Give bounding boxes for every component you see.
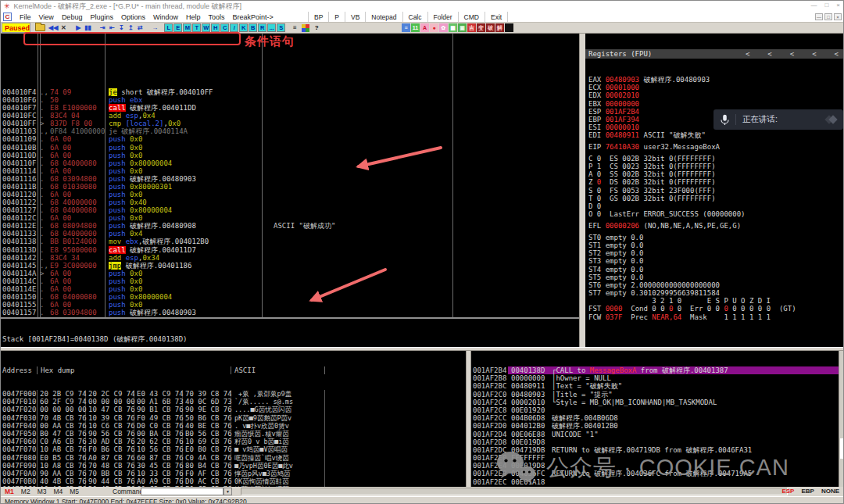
- stack-row[interactable]: 001AF2CC004B06D8破解程序.004B06D8: [471, 414, 839, 422]
- panel-button-c[interactable]: C: [220, 23, 229, 32]
- restart-icon[interactable]: ◀◀: [48, 23, 59, 33]
- step-over-icon[interactable]: ⇤: [107, 23, 116, 33]
- register-row[interactable]: A 0 SS 002B 32bit 0(FFFFFFFF): [585, 170, 844, 178]
- disasm-row[interactable]: 00401133.68 04000000push 0x4: [1, 230, 579, 238]
- column-divider[interactable]: [38, 34, 38, 317]
- hex-row[interactable]: 0047F03070 4B CB 7610 39 CB 76F0 49 CB 7…: [1, 414, 466, 422]
- panel-button-b[interactable]: B: [249, 23, 257, 32]
- plugin-icon[interactable]: 解: [495, 23, 504, 32]
- register-row[interactable]: EAX 00480903 破解程序.00480903: [585, 76, 844, 84]
- register-row[interactable]: C 0 ES 002B 32bit 0(FFFFFFFF): [585, 155, 844, 163]
- run-to-return-icon[interactable]: ⇄: [135, 23, 145, 33]
- menu-item-view[interactable]: View: [35, 13, 58, 21]
- registers-pane[interactable]: Registers (FPU) <<<<< EAX 00480903 破解程序.…: [585, 34, 844, 347]
- disasm-row[interactable]: 0040113D.E8 95000000call 破解程序.004011D7: [1, 246, 579, 254]
- register-row[interactable]: ST5 empty 0.0: [585, 273, 844, 281]
- panel-button-l[interactable]: L: [164, 23, 173, 32]
- register-row[interactable]: ST4 empty 0.0: [585, 266, 844, 273]
- hex-row[interactable]: 0047F060C0 A6 CB 7630 AD CB 7620 62 CB 7…: [1, 438, 466, 445]
- restore-button[interactable]: □: [824, 2, 828, 9]
- panel-button-t[interactable]: T: [192, 23, 201, 32]
- scroll-chevron-icon[interactable]: <: [812, 50, 816, 58]
- menu-item-tools[interactable]: Tools: [205, 13, 229, 21]
- plugin-icon[interactable]: ▣: [458, 23, 467, 32]
- disasm-row[interactable]: 00401150.68 04000080push 0x80000004: [1, 293, 579, 301]
- disasm-row[interactable]: 0040114E.6A 00push 0x0: [1, 285, 579, 293]
- panel-button-m[interactable]: M: [183, 23, 191, 32]
- memory-tab-m1[interactable]: M1: [5, 488, 14, 495]
- plugin-icon[interactable]: ●: [430, 23, 438, 32]
- register-row[interactable]: S 0 FS 0053 32bit 23F000(FFF): [585, 187, 844, 195]
- stack-row[interactable]: 001AF2D0004012B0破解程序.004012B0: [471, 422, 839, 430]
- register-row[interactable]: P 1 CS 0023 32bit 0(FFFFFFFF): [585, 163, 844, 170]
- quick-button-exit[interactable]: Exit: [485, 12, 508, 22]
- disasm-row[interactable]: 0040114A>6A 00push 0x0: [1, 270, 579, 277]
- quick-button-vb[interactable]: VB: [345, 12, 365, 22]
- menu-item-help[interactable]: Help: [182, 13, 205, 21]
- register-row[interactable]: ST0 empty 0.0: [585, 234, 844, 241]
- register-row[interactable]: ST2 empty 0.0: [585, 249, 844, 257]
- meeting-mic-overlay[interactable]: 正在讲话:: [713, 109, 843, 130]
- stack-row[interactable]: 001AF2C000480903│Title = "提示": [471, 391, 839, 399]
- disasm-row[interactable]: 00401127.68 04000080push 0x80000004: [1, 206, 579, 214]
- column-divider[interactable]: [105, 34, 106, 317]
- minimize-button[interactable]: —: [810, 2, 817, 9]
- menu-item-window[interactable]: Window: [149, 13, 182, 21]
- panel-button-r[interactable]: R: [258, 23, 266, 32]
- disassembly-pane[interactable]: 004010F4.,74 09je short 破解程序.004010FF004…: [1, 34, 579, 317]
- register-row[interactable]: O 0 LastErr ERROR_SUCCESS (00000000): [585, 210, 844, 218]
- hex-row[interactable]: 0047F00020 2B C9 7420 2C C9 74E0 43 C9 7…: [1, 390, 466, 398]
- panel-button-k[interactable]: K: [239, 23, 248, 32]
- scroll-chevron-icon[interactable]: <: [835, 50, 839, 58]
- stack-row[interactable]: 001AF2BC00480911│Text = "破解失败": [471, 382, 839, 390]
- step-into-icon[interactable]: ⇥: [98, 23, 107, 33]
- memory-tab-m3[interactable]: M3: [38, 488, 47, 495]
- quick-button-bp[interactable]: BP: [308, 12, 328, 22]
- stack-row[interactable]: 001AF2B800000000│hOwner = NULL: [471, 374, 839, 382]
- hex-row[interactable]: 0047F09010 A8 CB 7670 48 CB 7630 45 CB 7…: [1, 462, 466, 470]
- panel-button-e[interactable]: E: [173, 23, 182, 32]
- disasm-row[interactable]: 004010FC.83C4 04add esp,0x4: [1, 112, 579, 120]
- pause-icon[interactable]: ▮▮: [83, 23, 92, 33]
- scroll-chevron-icon[interactable]: <: [767, 50, 771, 58]
- stack-row[interactable]: 001AF2B40040138D┌CALL to MessageBoxA fro…: [471, 366, 839, 374]
- memory-tab-m2[interactable]: M2: [21, 488, 30, 495]
- run-icon[interactable]: ▶: [73, 23, 83, 33]
- quick-button-calc[interactable]: Calc: [402, 12, 427, 22]
- hex-dump-pane[interactable]: Address Hex dump ASCII 0047F00020 2B C9 …: [1, 351, 466, 487]
- disasm-row[interactable]: 00401120.6A 00push 0x0: [1, 191, 579, 198]
- open-file-icon[interactable]: [35, 24, 45, 31]
- disasm-row[interactable]: 004010FF>837D F8 00cmp [local.2],0x0: [1, 120, 579, 127]
- menu-item-options[interactable]: Options: [117, 13, 149, 21]
- panel-button-w[interactable]: W: [202, 23, 210, 32]
- menu-item-plugins[interactable]: Plugins: [86, 13, 117, 21]
- register-row[interactable]: EBX 00000000: [585, 100, 844, 108]
- plugin-icon[interactable]: ✿: [439, 23, 448, 32]
- register-row[interactable]: FCW 037F Prec NEAR,64 Mask 1 1 1 1 1 1: [585, 313, 844, 321]
- disasm-row[interactable]: 0040114C.6A 00push 0x0: [1, 277, 579, 285]
- help-icon[interactable]: ?: [312, 23, 321, 33]
- plugin-icon[interactable]: A: [420, 23, 429, 32]
- register-row[interactable]: EFL 00000206 (NO,NB,NE,A,NS,PE,GE,G): [585, 222, 844, 230]
- plugin-icon[interactable]: 吉: [467, 23, 476, 32]
- plugin-icon[interactable]: ≡: [402, 23, 410, 32]
- stack-scrollbar[interactable]: [839, 351, 844, 487]
- disasm-row[interactable]: 00401138.BB B0124000mov ebx,破解程序.004012B…: [1, 238, 579, 245]
- disasm-row[interactable]: 0040111B.68 01030080push 0x80000301: [1, 183, 579, 191]
- scroll-chevron-icon[interactable]: <: [790, 50, 794, 58]
- register-row[interactable]: ST3 empty 0.0: [585, 257, 844, 265]
- hex-row[interactable]: 0047F0A090 AA CB 7670 BB CB 7610 33 CB 7…: [1, 470, 466, 477]
- hex-row[interactable]: 0047F050B0 47 CB 7690 56 CB 7600 BA CB 7…: [1, 430, 466, 438]
- disasm-row[interactable]: 004010F6.50push ebx: [1, 96, 579, 104]
- hex-row[interactable]: 0047F04000 AA CB 7610 C6 CB 76D0 C0 CB 7…: [1, 422, 466, 430]
- panel-button-slash[interactable]: /: [230, 23, 238, 32]
- command-dropdown-button[interactable]: ▼: [224, 488, 232, 495]
- trace-over-icon[interactable]: ↥: [126, 23, 135, 33]
- stack-mode-esp[interactable]: ESP: [781, 488, 794, 495]
- panel-button-dots[interactable]: ...: [267, 23, 276, 32]
- register-row[interactable]: EIP 76410A30 user32.MessageBoxA: [585, 143, 844, 151]
- stack-row[interactable]: 001AF2D400E06E88UNICODE "1": [471, 431, 839, 438]
- disasm-row[interactable]: 0040110F.68 04000080push 0x80000004: [1, 159, 579, 167]
- disasm-row[interactable]: 00401103.,0F84 41000000je 破解程序.0040114A: [1, 127, 579, 135]
- disasm-row[interactable]: 0040112C.6A 00push 0x0: [1, 214, 579, 222]
